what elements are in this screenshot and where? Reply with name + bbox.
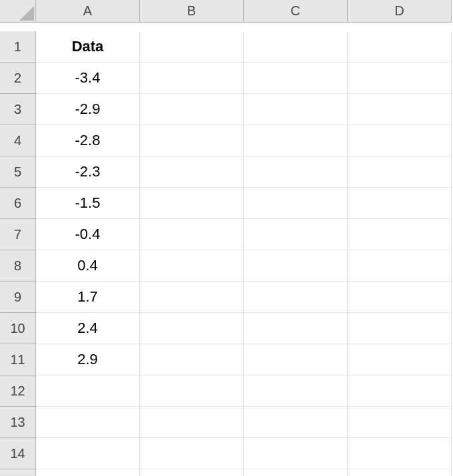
column-header-A[interactable]: A	[36, 0, 140, 23]
cell-A4[interactable]: -2.8	[36, 125, 140, 156]
row-header-12[interactable]: 12	[0, 375, 36, 407]
cell-A14[interactable]	[36, 438, 140, 469]
select-all-corner[interactable]	[0, 0, 36, 23]
row-header-4[interactable]: 4	[0, 125, 36, 156]
cell-A12[interactable]	[36, 375, 140, 407]
cell-D9[interactable]	[348, 282, 452, 313]
cell-D10[interactable]	[348, 313, 452, 344]
cell-A7[interactable]: -0.4	[36, 219, 140, 250]
cell-D11[interactable]	[348, 344, 452, 375]
spreadsheet-grid[interactable]: ABCD1Data2-3.43-2.94-2.85-2.36-1.57-0.48…	[0, 0, 453, 476]
cell-A5[interactable]: -2.3	[36, 156, 140, 188]
cell-A1[interactable]: Data	[36, 31, 140, 63]
cell-B12[interactable]	[140, 375, 244, 407]
column-header-C[interactable]: C	[244, 0, 348, 23]
cell-B4[interactable]	[140, 125, 244, 156]
cell-C9[interactable]	[244, 282, 348, 313]
cell-B3[interactable]	[140, 94, 244, 125]
row-header-2[interactable]: 2	[0, 63, 36, 94]
cell-D14[interactable]	[348, 438, 452, 469]
cell-D1[interactable]	[348, 31, 452, 63]
cell-C15[interactable]	[244, 469, 348, 476]
cell-D12[interactable]	[348, 375, 452, 407]
row-header-13[interactable]: 13	[0, 407, 36, 438]
row-header-5[interactable]: 5	[0, 156, 36, 188]
row-header-3[interactable]: 3	[0, 94, 36, 125]
cell-C14[interactable]	[244, 438, 348, 469]
cell-A11[interactable]: 2.9	[36, 344, 140, 375]
cell-C10[interactable]	[244, 313, 348, 344]
column-header-B[interactable]: B	[140, 0, 244, 23]
cell-C5[interactable]	[244, 156, 348, 188]
cell-A13[interactable]	[36, 407, 140, 438]
cell-C2[interactable]	[244, 63, 348, 94]
cell-D7[interactable]	[348, 219, 452, 250]
cell-D15[interactable]	[348, 469, 452, 476]
cell-C12[interactable]	[244, 375, 348, 407]
cell-A3[interactable]: -2.9	[36, 94, 140, 125]
cell-B9[interactable]	[140, 282, 244, 313]
cell-C1[interactable]	[244, 31, 348, 63]
row-header-6[interactable]: 6	[0, 188, 36, 219]
cell-B2[interactable]	[140, 63, 244, 94]
cell-C3[interactable]	[244, 94, 348, 125]
row-header-15[interactable]: 15	[0, 469, 36, 476]
cell-B15[interactable]	[140, 469, 244, 476]
cell-A2[interactable]: -3.4	[36, 63, 140, 94]
cell-C7[interactable]	[244, 219, 348, 250]
row-header-10[interactable]: 10	[0, 313, 36, 344]
column-header-D[interactable]: D	[348, 0, 452, 23]
row-header-8[interactable]: 8	[0, 250, 36, 282]
cell-B5[interactable]	[140, 156, 244, 188]
row-header-1[interactable]: 1	[0, 31, 36, 63]
row-header-14[interactable]: 14	[0, 438, 36, 469]
row-header-7[interactable]: 7	[0, 219, 36, 250]
cell-B11[interactable]	[140, 344, 244, 375]
cell-D2[interactable]	[348, 63, 452, 94]
cell-B7[interactable]	[140, 219, 244, 250]
cell-C11[interactable]	[244, 344, 348, 375]
cell-C6[interactable]	[244, 188, 348, 219]
cell-B1[interactable]	[140, 31, 244, 63]
cell-C8[interactable]	[244, 250, 348, 282]
cell-A10[interactable]: 2.4	[36, 313, 140, 344]
cell-B6[interactable]	[140, 188, 244, 219]
row-header-11[interactable]: 11	[0, 344, 36, 375]
cell-D5[interactable]	[348, 156, 452, 188]
cell-B13[interactable]	[140, 407, 244, 438]
cell-D3[interactable]	[348, 94, 452, 125]
svg-marker-0	[19, 6, 34, 21]
cell-D6[interactable]	[348, 188, 452, 219]
select-all-icon	[19, 6, 34, 21]
row-header-9[interactable]: 9	[0, 282, 36, 313]
cell-A8[interactable]: 0.4	[36, 250, 140, 282]
cell-A9[interactable]: 1.7	[36, 282, 140, 313]
cell-D4[interactable]	[348, 125, 452, 156]
cell-D13[interactable]	[348, 407, 452, 438]
cell-D8[interactable]	[348, 250, 452, 282]
cell-C4[interactable]	[244, 125, 348, 156]
cell-C13[interactable]	[244, 407, 348, 438]
cell-A15[interactable]	[36, 469, 140, 476]
cell-B8[interactable]	[140, 250, 244, 282]
cell-B10[interactable]	[140, 313, 244, 344]
cell-B14[interactable]	[140, 438, 244, 469]
cell-A6[interactable]: -1.5	[36, 188, 140, 219]
